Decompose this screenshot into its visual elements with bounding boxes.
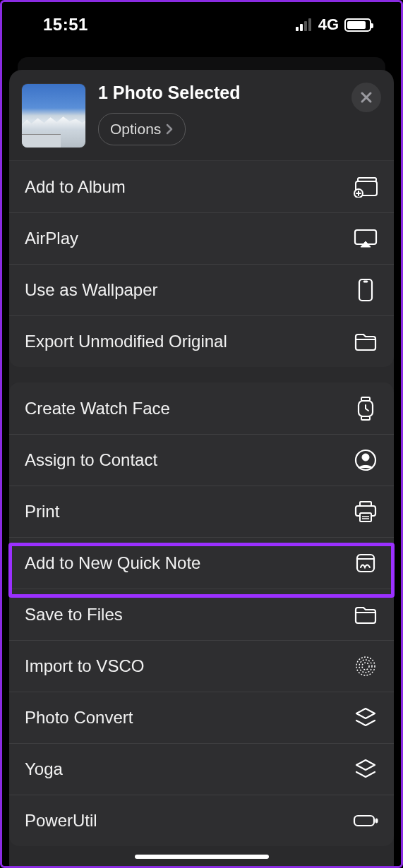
action-photo-convert[interactable]: Photo Convert	[9, 692, 394, 743]
action-label: Print	[25, 502, 59, 522]
options-button[interactable]: Options	[98, 113, 186, 145]
svg-rect-24	[375, 819, 378, 823]
cellular-signal-icon	[296, 18, 311, 31]
action-wallpaper[interactable]: Use as Wallpaper	[9, 264, 394, 315]
sheet-header: 1 Photo Selected Options	[9, 70, 394, 161]
svg-point-22	[362, 663, 369, 670]
stack-icon	[353, 757, 378, 782]
close-icon	[360, 91, 373, 104]
folder-icon	[353, 329, 378, 354]
action-import-vsco[interactable]: Import to VSCO	[9, 640, 394, 692]
status-bar: 15:51 4G	[2, 2, 401, 44]
airplay-icon	[353, 226, 378, 251]
svg-rect-23	[354, 816, 374, 826]
network-type: 4G	[318, 16, 339, 34]
printer-icon	[353, 499, 378, 524]
battery-icon	[344, 18, 371, 32]
action-label: Assign to Contact	[25, 450, 157, 470]
action-powerutil[interactable]: PowerUtil	[9, 795, 394, 846]
sheet-underlay	[18, 57, 385, 71]
action-label: Export Unmodified Original	[25, 332, 227, 351]
action-assign-contact[interactable]: Assign to Contact	[9, 434, 394, 486]
action-label: Save to Files	[25, 605, 123, 625]
svg-point-21	[359, 660, 372, 673]
album-add-icon	[353, 174, 378, 200]
quicknote-icon	[353, 550, 378, 576]
status-indicators: 4G	[296, 16, 371, 34]
action-airplay[interactable]: AirPlay	[9, 212, 394, 264]
contact-icon	[353, 447, 378, 473]
action-label: Add to New Quick Note	[25, 553, 200, 573]
action-label: Yoga	[25, 759, 63, 779]
action-label: PowerUtil	[25, 811, 97, 831]
action-group: Add to Album AirPlay	[9, 161, 394, 367]
action-label: Import to VSCO	[25, 656, 144, 676]
action-yoga[interactable]: Yoga	[9, 743, 394, 795]
svg-rect-17	[357, 555, 374, 572]
watch-icon	[353, 396, 378, 421]
action-label: Photo Convert	[25, 708, 133, 728]
action-label: Add to Album	[25, 177, 126, 197]
sheet-title: 1 Photo Selected	[98, 83, 351, 103]
status-time: 15:51	[43, 15, 88, 35]
action-quick-note[interactable]: Add to New Quick Note	[9, 537, 394, 589]
action-export-original[interactable]: Export Unmodified Original	[9, 315, 394, 367]
photo-thumbnail[interactable]	[22, 84, 85, 147]
chevron-right-icon	[165, 123, 174, 135]
action-add-to-album[interactable]: Add to Album	[9, 161, 394, 212]
stack-icon	[353, 705, 378, 730]
action-print[interactable]: Print	[9, 486, 394, 537]
iphone-icon	[353, 277, 378, 303]
svg-point-11	[362, 454, 369, 461]
action-watch-face[interactable]: Create Watch Face	[9, 382, 394, 434]
actions-scroll-area[interactable]: Add to Album AirPlay	[9, 161, 394, 866]
svg-rect-5	[363, 281, 368, 282]
folder-icon	[353, 602, 378, 627]
options-label: Options	[110, 121, 161, 138]
action-label: AirPlay	[25, 229, 78, 248]
close-button[interactable]	[351, 83, 381, 112]
action-group: Create Watch Face Assign to Contact	[9, 382, 394, 846]
svg-rect-14	[360, 513, 371, 522]
edit-actions-link[interactable]: Edit Actions	[9, 862, 394, 866]
home-indicator[interactable]	[135, 855, 269, 859]
share-sheet: 1 Photo Selected Options Add to Album	[9, 70, 394, 866]
action-label: Use as Wallpaper	[25, 280, 158, 300]
vsco-icon	[353, 653, 378, 679]
action-save-to-files[interactable]: Save to Files	[9, 589, 394, 640]
battery-icon	[353, 808, 378, 833]
action-label: Create Watch Face	[25, 399, 170, 418]
